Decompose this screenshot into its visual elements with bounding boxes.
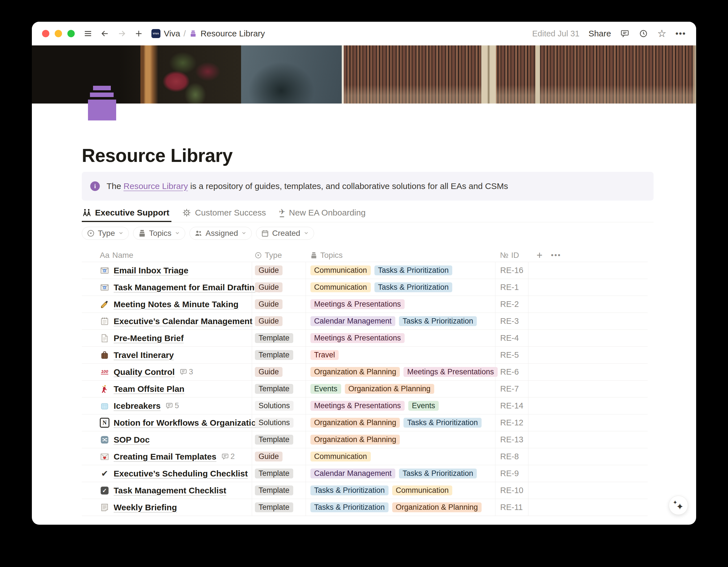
table-row[interactable]: E Task Management for Email Drafting Gui… [82,279,648,296]
page-link[interactable]: Creating Email Templates [114,452,217,462]
table-row[interactable]: SOP Doc Template Organization & Planning… [82,431,648,448]
page-link[interactable]: Task Management Checklist [114,486,226,495]
page-link[interactable]: SOP Doc [114,435,150,445]
page-link[interactable]: Executive’s Calendar Management [114,317,252,326]
type-tag[interactable]: Solutions [255,418,294,428]
page-title[interactable]: Resource Library [82,145,654,166]
topic-tag[interactable]: Events [310,384,341,394]
topic-tag[interactable]: Organization & Planning [310,435,400,445]
breadcrumb-workspace[interactable]: Viva [164,29,180,38]
notion-ai-button[interactable]: ✦ ✦ [669,496,688,515]
filter-topics[interactable]: Topics [133,227,185,240]
comment-count-badge[interactable]: 3 [180,368,193,376]
topic-tag[interactable]: Communication [392,486,453,495]
type-tag[interactable]: Guide [255,282,283,292]
share-button[interactable]: Share [588,29,611,38]
back-icon[interactable] [100,29,110,38]
topic-tag[interactable]: Organization & Planning [345,384,434,394]
topic-tag[interactable]: Meetings & Presentations [310,401,405,411]
topic-tag[interactable]: Travel [310,350,339,360]
history-clock-icon[interactable] [639,29,648,38]
table-row[interactable]: Weekly Briefing Template Tasks & Priorit… [82,499,648,516]
header-id[interactable]: №ID [495,248,528,262]
row-id[interactable]: RE-2 [500,300,519,309]
close-window-button[interactable] [42,30,49,37]
table-row[interactable]: N Notion for Workflows & Organization So… [82,414,648,431]
page-link[interactable]: Quality Control [114,367,175,377]
topic-tag[interactable]: Calendar Management [310,469,395,478]
topic-tag[interactable]: Communication [310,452,371,462]
topic-tag[interactable]: Meetings & Presentations [403,367,498,377]
row-id[interactable]: RE-9 [500,469,519,478]
topic-tag[interactable]: Tasks & Prioritization [374,282,453,292]
topic-tag[interactable]: Organization & Planning [310,418,400,428]
type-tag[interactable]: Template [255,384,293,394]
zoom-window-button[interactable] [67,30,75,37]
row-id[interactable]: RE-16 [500,266,523,275]
page-link[interactable]: Task Management for Email Drafting [114,282,260,292]
topic-tag[interactable]: Tasks & Prioritization [399,316,477,326]
table-row[interactable]: Travel Itinerary Template Travel RE-5 [82,347,648,363]
type-tag[interactable]: Template [255,469,293,478]
type-tag[interactable]: Guide [255,316,283,326]
type-tag[interactable]: Guide [255,299,283,309]
row-id[interactable]: RE-4 [500,334,519,343]
table-row[interactable]: Pre-Meeting Brief Template Meetings & Pr… [82,330,648,347]
type-tag[interactable]: Template [255,502,293,512]
minimize-window-button[interactable] [55,30,62,37]
row-id[interactable]: RE-7 [500,384,519,394]
topic-tag[interactable]: Tasks & Prioritization [310,486,389,495]
type-tag[interactable]: Guide [255,265,283,275]
filter-created[interactable]: Created [256,227,314,240]
row-id[interactable]: RE-11 [500,503,523,512]
comment-count-badge[interactable]: 5 [166,402,179,410]
table-options-button[interactable]: ••• [551,251,561,259]
topic-tag[interactable]: Tasks & Prioritization [374,265,453,275]
new-tab-icon[interactable] [134,29,144,38]
topic-tag[interactable]: Tasks & Prioritization [403,418,482,428]
header-topics[interactable]: Topics [306,248,495,262]
comment-count-badge[interactable]: 2 [222,452,235,461]
more-options-icon[interactable]: ••• [675,29,686,38]
tab-new-ea-onboarding[interactable]: ✈ New EA Onboarding [278,208,368,222]
topic-tag[interactable]: Organization & Planning [310,367,400,377]
topic-tag[interactable]: Meetings & Presentations [310,333,405,343]
sidebar-menu-icon[interactable] [83,29,93,38]
topic-tag[interactable]: Organization & Planning [392,502,482,512]
add-property-button[interactable]: + [537,249,542,261]
tab-customer-success[interactable]: Customer Success [182,208,268,222]
row-id[interactable]: RE-1 [500,282,519,292]
topic-tag[interactable]: Communication [310,282,371,292]
table-row[interactable]: 100 Quality Control 3 Guide Organization… [82,363,648,380]
topic-tag[interactable]: Tasks & Prioritization [310,502,389,512]
header-type[interactable]: Type [252,248,306,262]
type-tag[interactable]: Template [255,350,293,360]
topic-tag[interactable]: Calendar Management [310,316,395,326]
table-row[interactable]: ✔ Executive’s Scheduling Checklist Templ… [82,465,648,482]
page-link[interactable]: Executive’s Scheduling Checklist [114,469,248,478]
type-tag[interactable]: Template [255,435,293,445]
row-id[interactable]: RE-5 [500,350,519,360]
page-link[interactable]: Icebreakers [114,401,161,411]
type-tag[interactable]: Solutions [255,401,294,411]
type-tag[interactable]: Template [255,333,293,343]
tab-executive-support[interactable]: Executive Support [82,208,171,222]
row-id[interactable]: RE-6 [500,367,519,377]
table-row[interactable]: ✓ Task Management Checklist Template Tas… [82,482,648,499]
page-link[interactable]: Weekly Briefing [114,503,177,512]
type-tag[interactable]: Guide [255,367,283,377]
row-id[interactable]: RE-3 [500,317,519,326]
comments-icon[interactable] [620,29,630,38]
page-link[interactable]: Notion for Workflows & Organization [114,418,261,428]
row-id[interactable]: RE-13 [500,435,523,444]
forward-icon[interactable] [117,29,127,38]
favorite-star-icon[interactable]: ☆ [657,28,666,39]
filter-type[interactable]: Type [82,227,129,240]
type-tag[interactable]: Template [255,486,293,495]
workspace-logo[interactable]: VIVA [151,29,160,38]
header-name[interactable]: AaName [82,248,252,262]
resource-library-link[interactable]: Resource Library [123,181,188,191]
row-id[interactable]: RE-10 [500,486,523,495]
table-row[interactable]: Icebreakers 5 Solutions Meetings & Prese… [82,397,648,414]
topic-tag[interactable]: Meetings & Presentations [310,299,405,309]
